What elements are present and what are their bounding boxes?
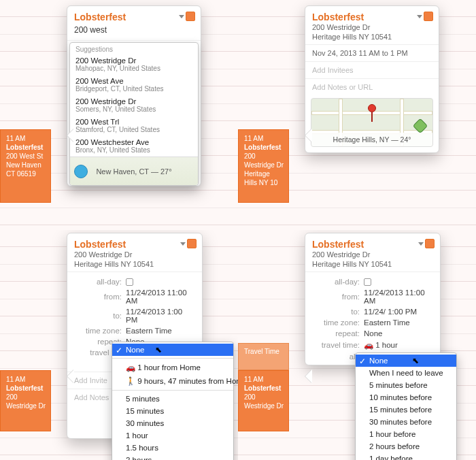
- allday-checkbox[interactable]: [364, 278, 371, 286]
- event-time: 11 AM: [6, 375, 46, 384]
- event-popover: Lobsterfest Suggestions 200 Westridge Dr…: [67, 5, 201, 186]
- alert-menu[interactable]: None When I need to leave 5 minutes befo…: [355, 352, 457, 460]
- location-input[interactable]: [74, 22, 194, 37]
- add-invitees-row[interactable]: Add Invitees: [305, 62, 439, 79]
- popover-title[interactable]: Lobsterfest: [312, 239, 433, 250]
- travel-time-value[interactable]: 🚗 1 hour: [364, 340, 433, 350]
- menu-item-drive[interactable]: 🚗 1 hour from Home: [112, 361, 233, 374]
- event-title: Lobsterfest: [244, 143, 284, 152]
- menu-item[interactable]: 2 hours before: [356, 440, 456, 453]
- travel-time-label: Travel Time: [244, 348, 284, 355]
- to-label: to:: [74, 312, 122, 320]
- timezone-value[interactable]: Eastern Time: [364, 318, 433, 327]
- calendar-event[interactable]: 11 AM Lobsterfest 200 West St New Haven …: [0, 129, 51, 203]
- repeat-value[interactable]: None: [364, 329, 433, 338]
- allday-checkbox[interactable]: [126, 278, 133, 286]
- timezone-value[interactable]: Eastern Time: [126, 327, 195, 335]
- calendar-event[interactable]: 11 AM Lobsterfest 200 Westridge Dr Herit…: [238, 129, 289, 203]
- menu-item[interactable]: 1 hour before: [356, 428, 456, 440]
- suggestion-item[interactable]: 200 Westridge DrMahopac, NY, United Stat…: [70, 54, 198, 75]
- suggestion-item[interactable]: 200 Westchester AveBronx, NY, United Sta…: [70, 136, 198, 157]
- popover-address-line1: 200 Westridge Dr: [312, 250, 433, 259]
- popover-address-line1: 200 Westridge Dr: [74, 250, 195, 259]
- map-pin-icon: [368, 104, 376, 122]
- from-value[interactable]: 11/24/2013 11:00 AM: [126, 289, 195, 305]
- popover-title[interactable]: Lobsterfest: [74, 12, 194, 22]
- event-location: 200 Westridge Dr: [244, 393, 284, 410]
- timezone-label: time zone:: [74, 327, 122, 335]
- suggestion-item[interactable]: 200 West TrlStamford, CT, United States: [70, 116, 198, 136]
- menu-item[interactable]: 30 minutes before: [356, 416, 456, 428]
- menu-item[interactable]: 5 minutes: [112, 393, 233, 405]
- calendar-color-picker[interactable]: [179, 12, 195, 21]
- timezone-label: time zone:: [312, 318, 360, 327]
- event-title: Lobsterfest: [244, 384, 284, 393]
- to-value[interactable]: 11/24/2013 1:00 PM: [126, 308, 195, 324]
- menu-item[interactable]: 1.5 hours: [112, 442, 233, 454]
- menu-item[interactable]: 10 minutes before: [356, 391, 456, 404]
- menu-item[interactable]: When I need to leave: [356, 367, 456, 379]
- travel-time-block[interactable]: Travel Time: [238, 343, 289, 370]
- menu-item-none[interactable]: None: [112, 344, 233, 356]
- chevron-down-icon: [418, 242, 424, 246]
- calendar-event[interactable]: 11 AM Lobsterfest 200 Westridge Dr: [0, 370, 51, 431]
- datetime-row[interactable]: Nov 24, 2013 11 AM to 1 PM: [305, 45, 439, 62]
- menu-item[interactable]: 15 minutes before: [356, 404, 456, 416]
- calendar-color-picker[interactable]: [180, 239, 197, 248]
- weather-label: Heritage Hills, NY — 24°: [311, 133, 432, 146]
- allday-label: all-day:: [74, 278, 122, 286]
- popover-title[interactable]: Lobsterfest: [312, 12, 432, 22]
- event-time: 11 AM: [244, 375, 284, 384]
- map-preview[interactable]: Heritage Hills, NY — 24°: [311, 98, 433, 147]
- to-label: to:: [312, 308, 360, 316]
- current-location-icon: [74, 165, 88, 178]
- event-title: Lobsterfest: [6, 143, 46, 152]
- menu-item-none[interactable]: None: [356, 355, 456, 367]
- color-swatch: [424, 12, 433, 21]
- repeat-label: repeat:: [312, 329, 360, 338]
- event-popover: Lobsterfest 200 Westridge Dr Heritage Hi…: [305, 5, 439, 153]
- menu-item[interactable]: 5 minutes before: [356, 379, 456, 391]
- popover-title[interactable]: Lobsterfest: [74, 239, 195, 250]
- menu-item[interactable]: 15 minutes: [112, 405, 233, 417]
- event-time: 11 AM: [244, 134, 284, 143]
- travel-time-label: travel time:: [312, 341, 360, 349]
- menu-item[interactable]: 2 hours: [112, 454, 233, 460]
- car-icon: 🚗: [126, 363, 137, 372]
- suggestion-item[interactable]: 200 West AveBridgeport, CT, United State…: [70, 75, 198, 95]
- event-time: 11 AM: [6, 134, 46, 143]
- travel-time-menu[interactable]: None 🚗 1 hour from Home 🚶 9 hours, 47 mi…: [112, 342, 234, 460]
- from-label: from:: [74, 293, 122, 301]
- chevron-down-icon: [417, 15, 422, 18]
- popover-address-line1: 200 Westridge Dr: [312, 23, 432, 32]
- color-swatch: [187, 239, 197, 248]
- event-location: 200 Westridge Dr Heritage Hills NY 10: [244, 152, 284, 187]
- calendar-event[interactable]: 11 AM Lobsterfest 200 Westridge Dr: [238, 370, 289, 431]
- color-swatch: [425, 239, 435, 248]
- pedestrian-icon: 🚶: [126, 377, 137, 385]
- calendar-color-picker[interactable]: [418, 239, 435, 248]
- color-swatch: [186, 12, 195, 21]
- event-location: 200 West St New Haven CT 06519: [6, 152, 46, 178]
- calendar-color-picker[interactable]: [417, 12, 433, 21]
- chevron-down-icon: [179, 15, 184, 18]
- event-title: Lobsterfest: [6, 384, 46, 393]
- event-location: 200 Westridge Dr: [6, 393, 46, 410]
- event-popover: Lobsterfest 200 Westridge Dr Heritage Hi…: [305, 233, 441, 365]
- menu-item-walk[interactable]: 🚶 9 hours, 47 minutes from Home: [112, 374, 233, 388]
- from-value[interactable]: 11/24/2013 11:00 AM: [364, 289, 433, 305]
- map-footer: New Haven, CT — 27°: [70, 157, 198, 185]
- alert-label: ale: [312, 352, 360, 361]
- menu-item[interactable]: 1 hour: [112, 429, 233, 442]
- chevron-down-icon: [180, 242, 186, 246]
- menu-item[interactable]: 1 day before: [356, 453, 456, 460]
- popover-address-line2: Heritage Hills NY 10541: [312, 260, 433, 269]
- menu-item[interactable]: 30 minutes: [112, 417, 233, 429]
- from-label: from:: [312, 293, 360, 301]
- suggestion-item[interactable]: 200 Westridge DrSomers, NY, United State…: [70, 95, 198, 116]
- location-suggestions: Suggestions 200 Westridge DrMahopac, NY,…: [69, 42, 199, 186]
- to-value[interactable]: 11/24/ 1:00 PM: [364, 308, 433, 316]
- add-notes-row[interactable]: Add Notes or URL: [305, 79, 439, 95]
- allday-label: all-day:: [312, 278, 360, 286]
- popover-address-line2: Heritage Hills NY 10541: [74, 260, 195, 269]
